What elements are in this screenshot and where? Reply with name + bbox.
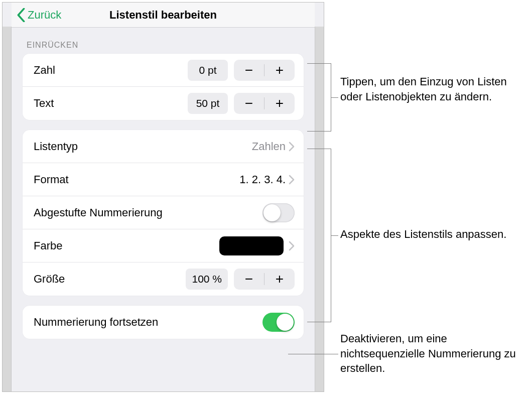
indent-text-value[interactable]: 50 pt <box>188 93 228 114</box>
farbe-swatch[interactable] <box>219 236 284 255</box>
group-continue: Nummerierung fortsetzen <box>23 306 304 339</box>
continue-toggle[interactable] <box>262 313 295 332</box>
groesse-value[interactable]: 100 % <box>186 269 228 290</box>
row-continue-numbering: Nummerierung fortsetzen <box>23 306 304 339</box>
group-indent: Zahl 0 pt − + Text 50 pt − + <box>23 54 304 120</box>
row-farbe[interactable]: Farbe <box>23 229 304 262</box>
indent-zahl-increment[interactable]: + <box>264 60 295 81</box>
indent-text-increment[interactable]: + <box>264 93 295 114</box>
row-indent-zahl: Zahl 0 pt − + <box>23 54 304 87</box>
row-groesse: Größe 100 % − + <box>23 262 304 296</box>
format-label: Format <box>34 173 239 186</box>
groesse-decrement[interactable]: − <box>234 269 264 290</box>
continue-label: Nummerierung fortsetzen <box>34 316 262 329</box>
abgestufte-toggle[interactable] <box>262 203 295 222</box>
indent-zahl-stepper: − + <box>234 60 295 81</box>
groesse-stepper: − + <box>234 269 295 290</box>
listentyp-value: Zahlen <box>252 140 286 153</box>
abgestufte-label: Abgestufte Nummerierung <box>34 206 262 219</box>
indent-zahl-decrement[interactable]: − <box>234 60 264 81</box>
chevron-right-icon <box>289 142 295 152</box>
indent-zahl-label: Zahl <box>34 64 188 77</box>
row-indent-text: Text 50 pt − + <box>23 87 304 120</box>
chevron-left-icon <box>17 8 26 22</box>
group-style: Listentyp Zahlen Format 1. 2. 3. 4. Abge… <box>23 130 304 296</box>
back-button[interactable]: Zurück <box>17 8 61 22</box>
row-abgestufte: Abgestufte Nummerierung <box>23 196 304 229</box>
indent-text-stepper: − + <box>234 93 295 114</box>
callout-indent: Tippen, um den Einzug von Listen oder Li… <box>340 74 527 104</box>
callouts: Tippen, um den Einzug von Listen oder Li… <box>331 0 527 394</box>
chevron-right-icon <box>289 241 295 251</box>
chevron-right-icon <box>289 175 295 185</box>
row-format[interactable]: Format 1. 2. 3. 4. <box>23 163 304 196</box>
indent-zahl-value[interactable]: 0 pt <box>188 60 228 81</box>
back-label: Zurück <box>28 9 61 22</box>
edit-list-style-panel: Zurück Listenstil bearbeiten EINRÜCKEN Z… <box>12 3 315 391</box>
row-listentyp[interactable]: Listentyp Zahlen <box>23 130 304 163</box>
format-value: 1. 2. 3. 4. <box>239 173 286 186</box>
section-header-indent: EINRÜCKEN <box>12 28 315 54</box>
groesse-increment[interactable]: + <box>264 269 295 290</box>
nav-bar: Zurück Listenstil bearbeiten <box>12 3 315 28</box>
groesse-label: Größe <box>34 273 186 286</box>
callout-continue: Deaktivieren, um eine nichtsequenzielle … <box>340 331 527 376</box>
indent-text-decrement[interactable]: − <box>234 93 264 114</box>
listentyp-label: Listentyp <box>34 140 252 153</box>
callout-style: Aspekte des Listenstils anpassen. <box>340 227 506 242</box>
indent-text-label: Text <box>34 97 188 110</box>
farbe-label: Farbe <box>34 239 219 252</box>
